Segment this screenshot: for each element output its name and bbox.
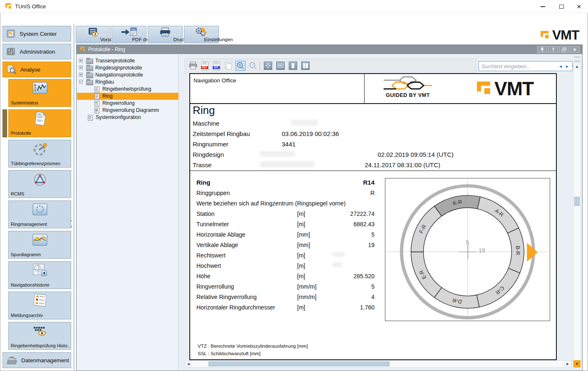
close-button[interactable]: ✕ <box>571 2 587 11</box>
inner-window-titlebar[interactable]: Protokolle - Ring ? ✕ <box>77 45 582 54</box>
splitter-expand-icon[interactable]: ▸ <box>70 219 74 223</box>
expand-icon[interactable] <box>79 73 83 77</box>
datenmanagement-icon <box>6 355 17 365</box>
table-row: Station[m]27222.74 <box>192 209 375 219</box>
toolbar-separator <box>260 61 260 70</box>
sidebar-item-tuebbingreferenzprismen[interactable]: Tübbingreferenzprismen <box>8 140 71 168</box>
export-pdf-button[interactable]: PDF <box>200 61 210 71</box>
single-page-button[interactable] <box>288 61 298 71</box>
titlebar: TUnIS Office ✕ <box>0 0 588 13</box>
scroll-up-button[interactable]: ▲ <box>573 63 581 70</box>
vorschau-button[interactable]: Strg+V Vorschau <box>76 26 111 43</box>
minimize-icon <box>541 6 545 7</box>
pdf-drucken-button[interactable]: PDF PDF drucken <box>112 26 146 43</box>
inner-window-title: Protokolle - Ring <box>88 47 125 52</box>
search-next-button[interactable]: ► <box>564 64 571 69</box>
sidebar-item-protokolle[interactable]: Protokolle <box>8 109 71 137</box>
shortcut-hint: Strg+S <box>205 32 218 37</box>
horizontal-scrollbar[interactable]: ◄ ► <box>185 360 571 368</box>
horizontal-offset-label: 19 <box>479 247 485 254</box>
collapse-icon[interactable] <box>79 80 83 84</box>
vmt-logo-text: VMT <box>552 27 579 43</box>
vertical-scroll-thumb[interactable] <box>574 197 580 206</box>
horizontal-scroll-thumb[interactable] <box>208 361 390 366</box>
sidebar-item-systemstatus[interactable]: Systemstatus <box>8 79 71 107</box>
scroll-right-button[interactable]: ► <box>564 361 571 367</box>
tree-item-navigationsprotokolle[interactable]: Navigationsprotokolle <box>77 72 179 79</box>
table-header-row: Ring R14 <box>192 177 375 188</box>
app-icon <box>5 3 12 10</box>
footnote-vtz: VTZ : Berechnete Vortriebszylinderausfah… <box>198 344 308 349</box>
sidebar-section-administration[interactable]: Administration <box>2 44 71 59</box>
document-icon <box>94 108 99 114</box>
search-input[interactable] <box>479 63 557 69</box>
pane-splitter-handle[interactable] <box>574 57 580 62</box>
sidebar-splitter[interactable] <box>73 24 75 371</box>
zoom-in-icon <box>236 62 245 70</box>
vertical-offset-label: 5 <box>466 239 469 246</box>
export-xps-button[interactable]: XPS <box>211 61 221 71</box>
print-report-button[interactable] <box>188 61 198 71</box>
report-header-logo-cell: GUIDED BY VMT VMT <box>364 74 556 103</box>
minimize-button[interactable] <box>535 2 551 11</box>
sidebar-item-navigationshistorie[interactable]: Navigationshistorie <box>8 261 71 289</box>
einstellungen-button[interactable]: Strg+S Einstellungen <box>184 26 219 43</box>
tree-item-ringbau[interactable]: Ringbau <box>77 79 179 86</box>
table-row: Relative Ringverrollung[mm/m]4 <box>192 292 375 302</box>
sidebar-item-ringmanagement[interactable]: Ringmanagement <box>8 200 71 228</box>
table-row: Höhe[m]285.520 <box>192 271 375 282</box>
scroll-left-button[interactable]: ◄ <box>185 361 192 367</box>
header-rule <box>190 171 556 171</box>
shortcut-hint: Strg+P <box>169 32 181 37</box>
sidebar-item-meldungsarchiv[interactable]: Meldungsarchiv <box>8 292 71 319</box>
fit-page-button[interactable] <box>263 61 273 71</box>
drucken-button[interactable]: Strg+P Drucken <box>148 26 183 43</box>
expand-icon[interactable] <box>79 66 83 69</box>
tree-item-ringebenheitspruefung[interactable]: Ringebenheitsprüfung <box>77 86 179 93</box>
document-icon <box>88 115 93 121</box>
help-icon: ? <box>552 47 554 52</box>
tree-item-ringverrollung-diagramm[interactable]: Ringverrollung Diagramm <box>77 107 179 114</box>
tree-item-ringdesignprotokolle[interactable]: Ringdesignprotokolle <box>77 64 179 72</box>
expand-icon[interactable] <box>79 59 83 62</box>
sidebar-section-analyse[interactable]: Analyse <box>2 62 71 77</box>
pin-icon <box>540 47 544 52</box>
xps-file-icon: XPS <box>213 62 220 70</box>
search-box: ◄ ► ▼ <box>479 61 573 71</box>
redaction <box>260 151 295 157</box>
tree-item-ring[interactable]: Ring <box>77 93 179 100</box>
tree-item-trassenprotokolle[interactable]: Trassenprotokolle <box>77 57 179 64</box>
report-page: Navigation Office GUIDED BY VMT VMT Ring <box>189 73 557 360</box>
report-vmt-logo-text: VMT <box>494 77 533 100</box>
zoom-in-button[interactable] <box>236 61 246 71</box>
copy-pages-button[interactable] <box>223 61 233 71</box>
search-prev-button[interactable]: ◄ <box>557 64 564 69</box>
sidebar-section-system-center[interactable]: System Center <box>2 26 71 42</box>
scroll-down-button[interactable]: ▼ <box>573 360 581 367</box>
sidebar-section-datenmanagement[interactable]: Datenmanagement <box>2 352 71 368</box>
table-row: Ringverrollung[mm/m]5 <box>192 282 375 292</box>
fit-width-button[interactable] <box>275 61 285 71</box>
table-row: Werte beziehen sich auf Ringzentrum (Rin… <box>192 198 375 209</box>
center-cross-icon <box>459 245 477 260</box>
splitter-collapse-icon[interactable]: ◂ <box>70 225 74 228</box>
maximize-button[interactable] <box>553 2 569 11</box>
inner-close-button[interactable]: ✕ <box>570 46 580 53</box>
window-title: TUnIS Office <box>15 3 46 10</box>
pin-button[interactable] <box>537 46 547 53</box>
restore-button[interactable] <box>559 46 569 53</box>
zoom-out-button[interactable] <box>248 61 258 71</box>
tree-item-ringverrollung[interactable]: Ringverrollung <box>77 100 179 107</box>
pdf-file-icon: PDF <box>201 62 208 70</box>
two-pages-button[interactable] <box>300 61 310 71</box>
tree-item-systemkonfiguration[interactable]: Systemkonfiguration <box>77 114 179 121</box>
help-button[interactable]: ? <box>548 46 558 53</box>
sidebar-item-spurdiagramm[interactable]: Spurdiagramm <box>8 231 71 259</box>
report-vmt-mark-icon <box>476 81 493 97</box>
sidebar-item-ringebenheitspruefung-historie[interactable]: Ringebenheitsprüfung Histo... <box>8 322 71 350</box>
guided-by-vmt-logo <box>380 76 435 92</box>
sidebar-item-rcms[interactable]: RCMS <box>8 170 71 198</box>
report-header: Navigation Office GUIDED BY VMT VMT <box>190 74 556 104</box>
single-page-icon <box>289 62 297 70</box>
vertical-scrollbar[interactable]: ▲ ▼ <box>573 62 581 368</box>
